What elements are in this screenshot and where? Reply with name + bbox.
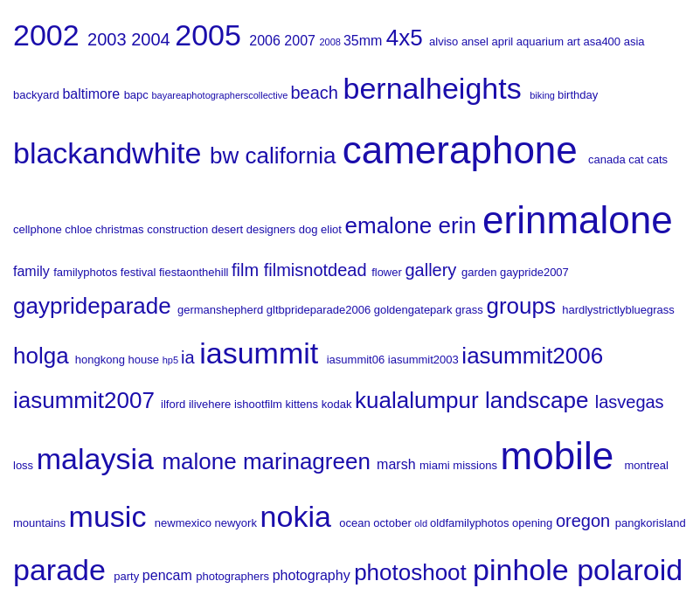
tag-kodak[interactable]: kodak [322,398,355,411]
tag-beach[interactable]: beach [290,83,343,102]
tag-desert[interactable]: desert [211,223,246,236]
tag-ishootfilm[interactable]: ishootfilm [234,398,286,411]
tag-35mm[interactable]: 35mm [343,33,386,48]
tag-iasummit06[interactable]: iasummit06 [327,353,388,366]
tag-pinhole[interactable]: pinhole [473,553,577,586]
tag-bapc[interactable]: bapc [124,88,152,101]
tag-photoshoot[interactable]: photoshoot [354,559,473,585]
tag-parade[interactable]: parade [13,553,114,586]
tag-oregon[interactable]: oregon [556,511,615,530]
tag-4x5[interactable]: 4x5 [386,24,429,51]
tag-old[interactable]: old [414,518,430,529]
tag-polaroid[interactable]: polaroid [577,553,683,586]
tag-eliot[interactable]: eliot [321,223,344,236]
tag-marsh[interactable]: marsh [377,457,419,472]
tag-family[interactable]: family [13,264,53,279]
tag-christmas[interactable]: christmas [95,223,147,236]
tag-miami[interactable]: miami [419,459,453,472]
tag-cats[interactable]: cats [647,153,668,166]
tag-bayareaphotographerscollective[interactable]: bayareaphotographerscollective [151,90,290,100]
tag-missions[interactable]: missions [453,459,500,472]
tag-2002[interactable]: 2002 [13,18,87,52]
tag-iasummit2007[interactable]: iasummit2007 [13,387,161,413]
tag-lasvegas[interactable]: lasvegas [595,392,664,412]
tag-party[interactable]: party [114,570,142,583]
tag-film[interactable]: film [232,260,264,280]
tag-california[interactable]: california [245,142,342,169]
tag-ansel[interactable]: ansel [461,35,492,48]
tag-gayprideparade[interactable]: gayprideparade [13,293,177,319]
tag-alviso[interactable]: alviso [429,35,461,48]
tag-hardlystrictlybluegrass[interactable]: hardlystrictlybluegrass [562,303,675,316]
tag-bernalheights[interactable]: bernalheights [343,72,530,105]
tag-newyork[interactable]: newyork [215,516,260,529]
tag-chloe[interactable]: chloe [65,223,95,236]
tag-iasummit2003[interactable]: iasummit2003 [388,353,462,366]
tag-iasummit[interactable]: iasummit [199,336,326,370]
tag-familyphotos[interactable]: familyphotos [53,266,121,279]
tag-iasummit2006[interactable]: iasummit2006 [461,342,603,369]
tag-aquarium[interactable]: aquarium [516,35,567,48]
tag-hp5[interactable]: hp5 [163,355,181,365]
tag-pencam[interactable]: pencam [142,568,196,583]
tag-landscape[interactable]: landscape [485,387,595,413]
tag-montreal[interactable]: montreal [624,459,669,472]
tag-bw[interactable]: bw [210,142,245,169]
tag-2007[interactable]: 2007 [284,33,319,48]
tag-2005[interactable]: 2005 [175,18,249,52]
tag-groups[interactable]: groups [486,293,562,319]
tag-gltbprideparade2006[interactable]: gltbprideparade2006 [267,303,374,316]
tag-2003[interactable]: 2003 [87,30,131,49]
tag-gaypride2007[interactable]: gaypride2007 [500,266,569,279]
tag-nokia[interactable]: nokia [260,500,340,533]
tag-cat[interactable]: cat [628,153,647,166]
tag-canada[interactable]: canada [588,153,628,166]
tag-malone[interactable]: malone [162,448,243,474]
tag-mobile[interactable]: mobile [501,434,625,477]
tag-april[interactable]: april [492,35,516,48]
tag-newmexico[interactable]: newmexico [155,516,215,529]
tag-designers[interactable]: designers [246,223,299,236]
tag-art[interactable]: art [567,35,584,48]
tag-garden[interactable]: garden [461,266,500,279]
tag-construction[interactable]: construction [147,223,211,236]
tag-asa400[interactable]: asa400 [583,35,623,48]
tag-baltimore[interactable]: baltimore [62,86,123,101]
tag-opening[interactable]: opening [512,516,556,529]
tag-ilivehere[interactable]: ilivehere [189,398,234,411]
tag-photography[interactable]: photography [273,568,354,583]
tag-biking[interactable]: biking [530,90,558,100]
tag-ocean[interactable]: ocean [339,516,373,529]
tag-dog[interactable]: dog [299,223,321,236]
tag-backyard[interactable]: backyard [13,88,62,101]
tag-grass[interactable]: grass [455,303,486,316]
tag-asia[interactable]: asia [624,35,645,48]
tag-loss[interactable]: loss [13,459,37,472]
tag-oldfamilyphotos[interactable]: oldfamilyphotos [430,516,512,529]
tag-erin[interactable]: erin [439,212,483,239]
tag-festival[interactable]: festival [121,266,159,279]
tag-fiestaonthehill[interactable]: fiestaonthehill [159,266,232,279]
tag-erinmalone[interactable]: erinmalone [482,198,673,241]
tag-emalone[interactable]: emalone [345,212,439,239]
tag-music[interactable]: music [69,500,155,533]
tag-2004[interactable]: 2004 [131,30,175,49]
tag-filmisnotdead[interactable]: filmisnotdead [264,260,371,280]
tag-blackandwhite[interactable]: blackandwhite [13,136,210,170]
tag-holga[interactable]: holga [13,342,75,369]
tag-germanshepherd[interactable]: germanshepherd [177,303,267,316]
tag-house[interactable]: house [128,353,163,366]
tag-pangkorisland[interactable]: pangkorisland [615,516,686,529]
tag-2008[interactable]: 2008 [319,37,343,47]
tag-goldengatepark[interactable]: goldengatepark [374,303,455,316]
tag-kualalumpur[interactable]: kualalumpur [355,387,485,413]
tag-ilford[interactable]: ilford [161,398,189,411]
tag-cameraphone[interactable]: cameraphone [343,128,588,171]
tag-october[interactable]: october [373,516,414,529]
tag-birthday[interactable]: birthday [558,88,598,101]
tag-mountains[interactable]: mountains [13,516,69,529]
tag-photographers[interactable]: photographers [196,570,272,583]
tag-gallery[interactable]: gallery [405,260,461,280]
tag-2006[interactable]: 2006 [249,33,284,48]
tag-kittens[interactable]: kittens [286,398,322,411]
